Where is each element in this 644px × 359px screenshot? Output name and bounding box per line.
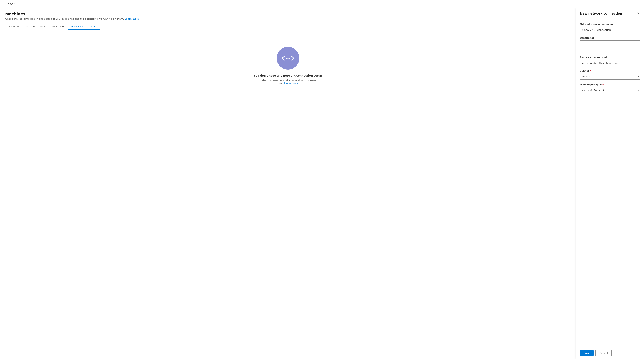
- tab-network-connections[interactable]: Network connections: [68, 24, 100, 30]
- connection-name-input[interactable]: [580, 27, 640, 33]
- close-icon: ✕: [637, 12, 640, 15]
- new-button[interactable]: + New ▾: [3, 1, 17, 7]
- domain-join-select[interactable]: Microsoft Entra join Active Directory jo…: [580, 87, 640, 93]
- form-group-subnet: Subnet * default ▾: [580, 70, 640, 79]
- left-content: Machines Check the real-time health and …: [0, 8, 576, 359]
- empty-state-subtitle: Select "+ New network connection" to cre…: [258, 79, 318, 85]
- learn-more-link[interactable]: Learn more: [125, 17, 139, 20]
- save-button[interactable]: Save: [580, 350, 594, 356]
- network-icon-circle: [276, 47, 299, 69]
- description-label: Description: [580, 37, 640, 39]
- cancel-button[interactable]: Cancel: [596, 350, 612, 356]
- tab-vm-images[interactable]: VM images: [48, 24, 68, 30]
- domain-join-select-wrapper: Microsoft Entra join Active Directory jo…: [580, 87, 640, 93]
- connection-name-label: Network connection name *: [580, 23, 640, 26]
- empty-state: You don't have any network connection se…: [5, 35, 571, 96]
- network-connections-icon: [281, 55, 294, 61]
- chevron-down-icon: ▾: [14, 3, 15, 5]
- empty-learn-more-link[interactable]: Learn more: [284, 82, 298, 85]
- main-layout: Machines Check the real-time health and …: [0, 8, 644, 359]
- new-button-label: New: [8, 2, 13, 5]
- panel-footer: Save Cancel: [576, 347, 644, 359]
- new-network-connection-panel: New network connection ✕ Network connect…: [576, 8, 644, 359]
- azure-vnet-label: Azure virtual network *: [580, 56, 640, 59]
- svg-point-2: [289, 58, 290, 59]
- page-description-text: Check the real-time health and status of…: [5, 17, 124, 20]
- form-group-azure-vnet: Azure virtual network * vmtemplatewithco…: [580, 56, 640, 66]
- panel-title: New network connection: [580, 12, 622, 15]
- subnet-label: Subnet *: [580, 70, 640, 72]
- form-group-connection-name: Network connection name *: [580, 23, 640, 33]
- form-group-domain-join: Domain join type * Microsoft Entra join …: [580, 83, 640, 93]
- azure-vnet-select-wrapper: vmtemplatewithcontoso-vnet ▾: [580, 60, 640, 66]
- azure-vnet-select[interactable]: vmtemplatewithcontoso-vnet: [580, 60, 640, 66]
- required-star-subnet: *: [590, 70, 591, 72]
- svg-point-0: [286, 58, 287, 59]
- svg-point-1: [288, 58, 288, 59]
- subnet-select[interactable]: default: [580, 73, 640, 79]
- form-group-description: Description: [580, 37, 640, 52]
- empty-state-title: You don't have any network connection se…: [254, 74, 322, 77]
- description-input[interactable]: [580, 40, 640, 52]
- tab-bar: Machines Machine groups VM images Networ…: [5, 24, 571, 30]
- required-star-domain: *: [602, 83, 604, 86]
- panel-header: New network connection ✕: [576, 8, 644, 19]
- page-description: Check the real-time health and status of…: [5, 17, 571, 20]
- tab-machines[interactable]: Machines: [5, 24, 23, 30]
- page-title: Machines: [5, 12, 571, 16]
- domain-join-label: Domain join type *: [580, 83, 640, 86]
- subnet-select-wrapper: default ▾: [580, 73, 640, 79]
- topbar: + New ▾: [0, 0, 644, 8]
- plus-icon: +: [5, 2, 6, 6]
- close-panel-button[interactable]: ✕: [636, 11, 640, 16]
- tab-machine-groups[interactable]: Machine groups: [23, 24, 48, 30]
- required-star: *: [614, 23, 615, 26]
- panel-body: Network connection name * Description Az…: [576, 19, 644, 347]
- required-star-vnet: *: [608, 56, 610, 59]
